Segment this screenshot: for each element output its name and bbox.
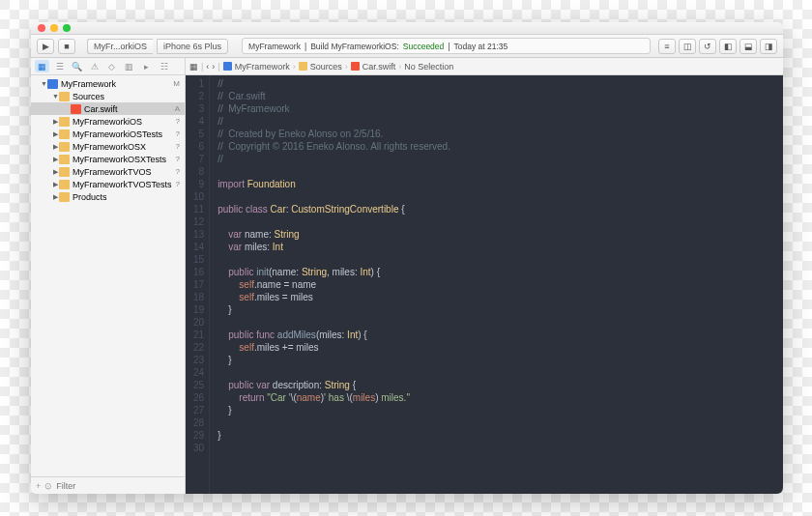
add-icon[interactable]: + (36, 481, 41, 491)
issue-navigator-tab[interactable]: ⚠ (87, 60, 102, 72)
navigator-tabs: ▦ ☰ 🔍 ⚠ ◇ ▥ ▸ ☷ (31, 58, 185, 75)
scm-status: ? (176, 180, 180, 188)
folder-icon (59, 142, 70, 152)
chevron-right-icon: › (398, 62, 401, 72)
tree-folder[interactable]: ▶Products (31, 190, 185, 203)
breakpoint-navigator-tab[interactable]: ▸ (139, 60, 154, 72)
find-navigator-tab[interactable]: 🔍 (70, 60, 84, 72)
forward-button[interactable]: › (212, 62, 215, 72)
toggle-navigator-button[interactable]: ◧ (719, 39, 737, 54)
project-tree[interactable]: ▼ MyFramework M ▼ Sources Car.swift A ▶M… (31, 75, 185, 476)
close-button[interactable] (38, 24, 45, 32)
tree-label: Sources (72, 92, 104, 101)
folder-icon (59, 192, 70, 202)
status-action: Build MyFrameworkiOS: (310, 42, 399, 51)
scm-status: ? (176, 155, 180, 163)
disclosure-triangle-icon[interactable]: ▼ (52, 93, 59, 100)
scheme-selector[interactable]: MyFr...orkiOS iPhone 6s Plus (81, 39, 234, 54)
chevron-right-icon: › (345, 62, 348, 72)
toolbar: ▶ ■ MyFr...orkiOS iPhone 6s Plus MyFrame… (31, 35, 783, 58)
project-icon (223, 62, 232, 71)
jump-bar[interactable]: ▦ | ‹ › | MyFramework › Sources › Car.sw… (186, 58, 783, 75)
jump-selection: No Selection (404, 62, 453, 72)
tree-folder[interactable]: ▶MyFrameworkiOSTests? (31, 128, 185, 140)
minimize-button[interactable] (50, 24, 58, 32)
tree-label: MyFrameworkOSX (72, 142, 146, 152)
tree-label: MyFrameworkTVOS (72, 167, 152, 177)
folder-icon (59, 92, 70, 101)
content-area: ▦ ☰ 🔍 ⚠ ◇ ▥ ▸ ☷ ▼ MyFramework M ▼ (31, 58, 783, 494)
stop-button[interactable]: ■ (58, 39, 75, 54)
back-button[interactable]: ‹ (206, 62, 209, 72)
toggle-inspector-button[interactable]: ◨ (760, 39, 777, 54)
xcode-window: ▶ ■ MyFr...orkiOS iPhone 6s Plus MyFrame… (31, 22, 783, 494)
tree-folder[interactable]: ▶MyFrameworkTVOS? (31, 165, 185, 178)
navigator-filter-bar: + ⊙ (31, 476, 185, 494)
swift-file-icon (351, 62, 360, 71)
scm-status: M (173, 79, 180, 88)
related-items-icon[interactable]: ▦ (189, 62, 198, 72)
tree-folder[interactable]: ▶MyFrameworkOSXTests? (31, 153, 185, 165)
tree-label: Products (72, 192, 107, 202)
disclosure-triangle-icon[interactable]: ▶ (52, 118, 59, 126)
test-navigator-tab[interactable]: ◇ (104, 60, 119, 72)
tree-label: MyFrameworkiOS (72, 117, 142, 127)
tree-folder[interactable]: ▶MyFrameworkOSX? (31, 140, 185, 153)
scm-status: ? (176, 167, 180, 176)
project-navigator-tab[interactable]: ▦ (35, 60, 49, 72)
swift-file-icon (71, 104, 81, 114)
tree-folder-sources[interactable]: ▼ Sources (31, 90, 185, 102)
disclosure-triangle-icon[interactable]: ▶ (52, 181, 59, 188)
disclosure-triangle-icon[interactable]: ▶ (52, 130, 59, 138)
run-button[interactable]: ▶ (37, 39, 54, 54)
disclosure-triangle-icon[interactable]: ▶ (52, 156, 59, 163)
tree-label: Car.swift (84, 104, 118, 114)
debug-navigator-tab[interactable]: ▥ (122, 60, 136, 72)
tree-project-root[interactable]: ▼ MyFramework M (31, 77, 185, 90)
tree-label: MyFrameworkTVOSTests (72, 180, 172, 189)
scheme-target-label: MyFr...orkiOS (94, 42, 147, 51)
folder-icon (59, 129, 70, 139)
tree-label: MyFramework (61, 79, 116, 89)
scm-status: A (175, 104, 180, 113)
activity-viewer[interactable]: MyFramework | Build MyFrameworkiOS: Succ… (242, 38, 651, 54)
zoom-button[interactable] (63, 24, 71, 32)
status-result: Succeeded (403, 42, 445, 51)
folder-icon (59, 167, 70, 177)
tree-folder[interactable]: ▶MyFrameworkTVOSTests? (31, 178, 185, 190)
disclosure-triangle-icon[interactable]: ▶ (52, 168, 59, 176)
editor-version-button[interactable]: ↺ (699, 39, 716, 54)
jump-project: MyFramework (235, 62, 290, 72)
scm-status: ? (176, 129, 180, 138)
editor-area: ▦ | ‹ › | MyFramework › Sources › Car.sw… (186, 58, 783, 494)
source-code[interactable]: //// Car.swift// MyFramework//// Created… (210, 75, 458, 494)
editor-assistant-button[interactable]: ◫ (679, 39, 696, 54)
status-sep: | (448, 42, 450, 51)
editor-standard-button[interactable]: ≡ (658, 39, 676, 54)
folder-icon (59, 180, 70, 189)
folder-icon (59, 155, 70, 164)
disclosure-triangle-icon[interactable]: ▶ (52, 143, 59, 151)
status-sep: | (304, 42, 306, 51)
jump-folder: Sources (310, 62, 342, 72)
scm-status: ? (176, 142, 180, 151)
line-gutter[interactable]: 1234567891011121314151617181920212223242… (186, 75, 210, 494)
project-icon (47, 79, 58, 89)
scm-status: ? (176, 117, 180, 126)
tree-label: MyFrameworkiOSTests (72, 129, 162, 139)
toggle-debug-button[interactable]: ⬓ (740, 39, 757, 54)
tree-label: MyFrameworkOSXTests (72, 155, 166, 164)
filter-icon: ⊙ (44, 481, 52, 491)
jump-file: Car.swift (362, 62, 396, 72)
status-project: MyFramework (248, 42, 301, 51)
chevron-right-icon: › (293, 62, 296, 72)
disclosure-triangle-icon[interactable]: ▶ (52, 193, 59, 201)
disclosure-triangle-icon[interactable]: ▼ (41, 80, 47, 87)
source-editor[interactable]: 1234567891011121314151617181920212223242… (186, 75, 783, 494)
titlebar (31, 22, 783, 35)
filter-input[interactable] (56, 481, 180, 491)
tree-file-car-swift[interactable]: Car.swift A (31, 102, 185, 115)
symbol-navigator-tab[interactable]: ☰ (52, 60, 67, 72)
report-navigator-tab[interactable]: ☷ (157, 60, 171, 72)
tree-folder[interactable]: ▶MyFrameworkiOS? (31, 115, 185, 128)
